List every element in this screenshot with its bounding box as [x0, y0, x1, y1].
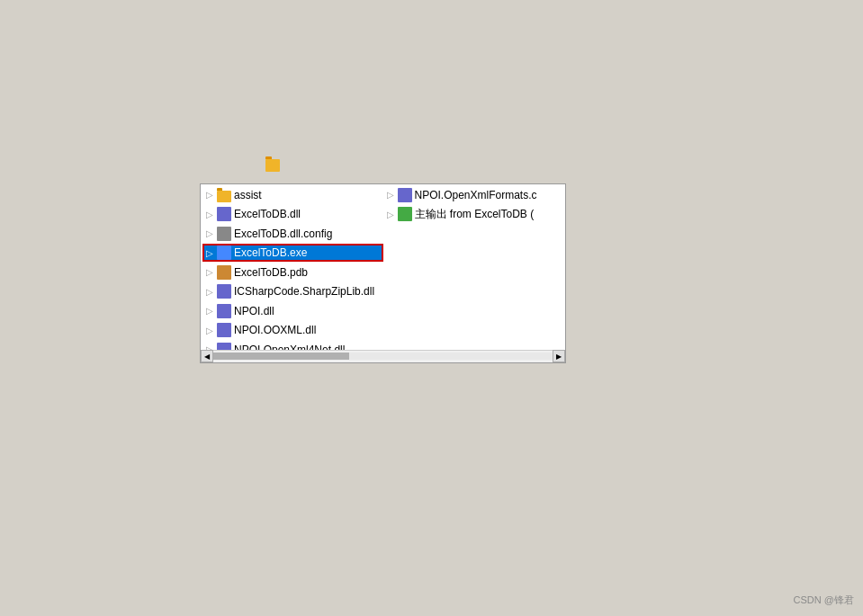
watermark: CSDN @锋君	[794, 594, 854, 607]
list-item	[383, 263, 564, 281]
list-item[interactable]: ▷ ExcelToDB.exe	[202, 244, 383, 262]
list-item[interactable]: ▷ 主输出 from ExcelToDB (	[383, 205, 564, 223]
arrow-icon: ▷	[387, 190, 394, 200]
file-name: assist	[234, 189, 262, 201]
dll-icon	[217, 284, 231, 299]
folder-icon	[265, 159, 280, 172]
list-item[interactable]: ▷ ExcelToDB.dll	[202, 205, 383, 223]
file-name: ExcelToDB.dll	[234, 208, 301, 220]
output-icon	[398, 207, 412, 221]
list-item[interactable]: ▷ NPOI.OpenXmlFormats.c	[383, 186, 564, 204]
dll-icon	[217, 207, 231, 221]
dll-icon	[217, 304, 231, 318]
arrow-icon: ▷	[206, 210, 213, 219]
arrow-icon: ▷	[206, 248, 213, 258]
arrow-icon: ▷	[206, 267, 213, 277]
scroll-track[interactable]	[213, 353, 553, 360]
file-name: NPOI.OOXML.dll	[234, 324, 316, 336]
horizontal-scrollbar[interactable]: ◀ ▶	[201, 350, 565, 362]
file-list-container: ▷ assist ▷ NPOI.OpenXmlFormats.c ▷ Excel…	[200, 183, 566, 363]
list-item	[383, 302, 564, 320]
pdb-icon	[217, 265, 231, 280]
config-icon	[217, 227, 231, 241]
arrow-icon: ▷	[206, 326, 213, 335]
list-item	[383, 225, 564, 243]
arrow-icon: ▷	[206, 190, 213, 200]
arrow-icon: ▷	[206, 287, 213, 297]
arrow-icon: ▷	[387, 210, 394, 219]
list-item	[383, 321, 564, 339]
dll-icon	[398, 188, 412, 202]
list-item[interactable]: ▷ NPOI.dll	[202, 302, 383, 320]
folder-icon	[217, 191, 231, 202]
file-name: ICSharpCode.SharpZipLib.dll	[234, 285, 374, 298]
file-name: ExcelToDB.exe	[234, 246, 307, 259]
file-name: NPOI.OpenXmlFormats.c	[415, 189, 537, 201]
list-item[interactable]: ▷ ExcelToDB.pdb	[202, 263, 383, 281]
list-item	[383, 282, 564, 300]
list-item[interactable]: ▷ assist	[202, 186, 383, 204]
scroll-left-arrow[interactable]: ◀	[201, 350, 213, 362]
scroll-thumb[interactable]	[213, 353, 349, 360]
file-name: ExcelToDB.pdb	[234, 266, 308, 279]
dll-icon	[217, 323, 231, 337]
exe-icon	[217, 246, 231, 260]
list-item[interactable]: ▷ ExcelToDB.dll.config	[202, 225, 383, 243]
list-item	[383, 244, 564, 262]
list-item[interactable]: ▷ ICSharpCode.SharpZipLib.dll	[202, 282, 383, 300]
scroll-right-arrow[interactable]: ▶	[553, 350, 565, 362]
file-name: NPOI.dll	[234, 305, 274, 317]
list-item[interactable]: ▷ NPOI.OOXML.dll	[202, 321, 383, 339]
file-name: ExcelToDB.dll.config	[234, 228, 332, 240]
file-name: 主输出 from ExcelToDB (	[415, 207, 535, 222]
file-list: ▷ assist ▷ NPOI.OpenXmlFormats.c ▷ Excel…	[201, 184, 565, 362]
arrow-icon: ▷	[206, 228, 213, 238]
arrow-icon: ▷	[206, 306, 213, 316]
